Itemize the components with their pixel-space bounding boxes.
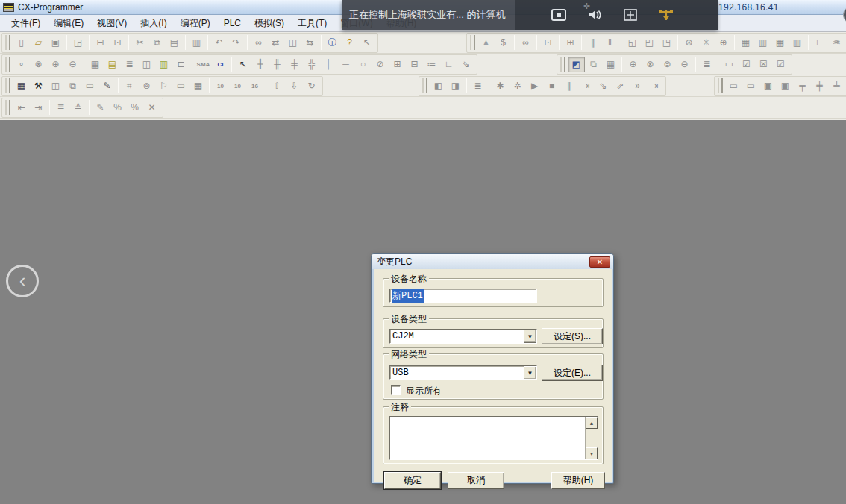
work-online-simulator-button[interactable]: ▲ [477, 35, 495, 51]
paste-clipboard-button[interactable]: ▥ [188, 35, 205, 51]
pause-button[interactable]: ‖ [601, 35, 618, 51]
delete-line-button[interactable]: ⇘ [457, 57, 474, 72]
compare-window-button[interactable]: ⧉ [64, 78, 81, 94]
save-file-button[interactable]: ▣ [47, 35, 64, 51]
network-type-settings-button[interactable]: 设定(E)... [542, 365, 603, 381]
select-tool-button[interactable]: ↖ [234, 57, 251, 72]
copy-button[interactable]: ⧉ [148, 35, 166, 51]
bit-monitor-button[interactable]: ▭ [742, 78, 759, 94]
error-log-button[interactable]: ▥ [789, 35, 806, 51]
toolbar-grip[interactable] [5, 100, 10, 115]
flag-button[interactable]: ⚐ [155, 78, 172, 94]
plc-settings-button[interactable]: ▥ [754, 35, 771, 51]
tree-view-button[interactable]: ≣ [698, 57, 715, 72]
comment-value[interactable] [390, 417, 585, 459]
context-help-button[interactable]: ↖ [358, 35, 375, 51]
expand-grid-icon[interactable] [622, 8, 639, 22]
hold-button[interactable]: ✱ [492, 78, 509, 94]
find-button[interactable]: ∞ [250, 35, 267, 51]
comment-textarea[interactable]: ▲ ▼ [389, 416, 598, 460]
new-or-contact-button[interactable]: ╪ [286, 57, 303, 72]
back-button[interactable]: ‹ [6, 265, 39, 297]
zoom-selection-button[interactable]: ⊗ [30, 57, 47, 72]
properties-button[interactable]: ✎ [98, 78, 116, 94]
new-closed-contact-button[interactable]: ╫ [269, 57, 286, 72]
grab-button[interactable]: ✲ [509, 78, 526, 94]
zoom-in-button[interactable]: ⊕ [47, 57, 64, 72]
io-table-button[interactable]: ▦ [737, 35, 754, 51]
sim-step-in-button[interactable]: ⇘ [595, 78, 612, 94]
sim-step-button[interactable]: ⇥ [577, 78, 595, 94]
sim-run-button[interactable]: ▶ [526, 78, 543, 94]
find-in-window-button[interactable]: ◫ [284, 35, 301, 51]
toolbar-grip[interactable] [560, 57, 565, 72]
new-or-closed-contact-button[interactable]: ╬ [303, 57, 320, 72]
undo-button[interactable]: ↶ [210, 35, 228, 51]
new-fb-instruction-button[interactable]: ⊟ [406, 57, 423, 72]
schedule-button[interactable]: ▦ [602, 57, 619, 72]
watch-sheet-button[interactable]: ≣ [469, 78, 486, 94]
rung-manager-button[interactable]: ⌗ [121, 78, 138, 94]
toolbar-grip[interactable] [5, 78, 10, 93]
monitor-off-button[interactable]: ▭ [721, 57, 738, 72]
new-coil-button[interactable]: ○ [354, 57, 372, 72]
signed-decimal-monitor-button[interactable]: 10 [229, 78, 246, 94]
rung-list-button[interactable]: ≣ [121, 57, 138, 72]
cross-reference-button[interactable]: ◫ [138, 57, 155, 72]
toolbar-grip[interactable] [470, 35, 475, 50]
toolbar-grip[interactable] [5, 35, 10, 50]
toolbar-grip[interactable] [422, 78, 427, 93]
device-type-combo[interactable]: CJ2M ▼ [389, 329, 537, 344]
replace-button[interactable]: ⇄ [267, 35, 284, 51]
mark-remove-button[interactable]: ⊖ [676, 57, 693, 72]
pv-monitor-button[interactable]: ▭ [725, 78, 742, 94]
sim-fast-forward-button[interactable]: » [629, 78, 646, 94]
change-all-button[interactable]: ⇆ [301, 35, 319, 51]
mark-add-button[interactable]: ⊕ [624, 57, 642, 72]
upload-from-plc-button[interactable]: ◰ [641, 35, 658, 51]
doc-accept-button[interactable]: ☑ [738, 57, 755, 72]
transfer-program-button[interactable]: ✳ [698, 35, 715, 51]
print-preview-button[interactable]: ⊡ [109, 35, 126, 51]
tile-window-button[interactable]: ▭ [81, 78, 98, 94]
download-to-plc-button[interactable]: ◱ [624, 35, 641, 51]
show-all-checkbox[interactable] [391, 385, 401, 395]
time-chart-button[interactable]: ♒ [828, 35, 845, 51]
outdent-button[interactable]: ⇤ [13, 100, 30, 116]
info-button[interactable]: ⓘ [324, 35, 341, 51]
window-clone-button[interactable]: ◨ [447, 78, 464, 94]
chevron-down-icon[interactable]: ▼ [524, 330, 536, 343]
instruction-dialog-button[interactable]: CI [212, 57, 229, 72]
mark-insert-button[interactable]: ⊜ [659, 57, 676, 72]
sim-pause-button[interactable]: ∥ [560, 78, 577, 94]
menu-item-1[interactable]: 编辑(E) [47, 15, 90, 32]
sim-run-to-end-button[interactable]: ⇥ [646, 78, 663, 94]
refresh-button[interactable]: ↻ [303, 78, 320, 94]
cancel-button[interactable]: 取消 [448, 472, 504, 489]
new-instruction-button[interactable]: ⊞ [389, 57, 406, 72]
cut-button[interactable]: ✂ [131, 35, 148, 51]
transfer-cancel-button[interactable]: ⊕ [715, 35, 732, 51]
watch-window-button[interactable]: ⊞ [562, 35, 579, 51]
indent-button[interactable]: ⇥ [30, 100, 47, 116]
go-previous-button[interactable]: ⇧ [269, 78, 286, 94]
differential-down-button[interactable]: ╪ [811, 78, 828, 94]
device-type-settings-button[interactable]: 设定(S)... [542, 328, 603, 344]
new-contact-button[interactable]: ╂ [251, 57, 269, 72]
help-button[interactable]: 帮助(H) [551, 472, 605, 489]
zoom-free-button[interactable]: ∘ [13, 57, 30, 72]
check-program-button[interactable]: ◲ [69, 35, 87, 51]
window-swap-button[interactable]: ◧ [430, 78, 447, 94]
word-monitor-button[interactable]: ▣ [759, 78, 777, 94]
compare-with-plc-button[interactable]: ◳ [658, 35, 675, 51]
grid-button[interactable]: ▦ [87, 57, 104, 72]
ok-button[interactable]: 确定 [384, 472, 441, 489]
toolbar-grip[interactable] [5, 57, 10, 72]
build-button[interactable]: ⚒ [30, 78, 47, 94]
auto-online-button[interactable]: $ [495, 35, 512, 51]
help-button[interactable]: ? [341, 35, 358, 51]
transfer-window-button[interactable]: ◫ [47, 78, 64, 94]
menu-item-3[interactable]: 插入(I) [134, 15, 173, 32]
menu-item-7[interactable]: 工具(T) [291, 15, 333, 32]
vertical-line-button[interactable]: │ [320, 57, 337, 72]
